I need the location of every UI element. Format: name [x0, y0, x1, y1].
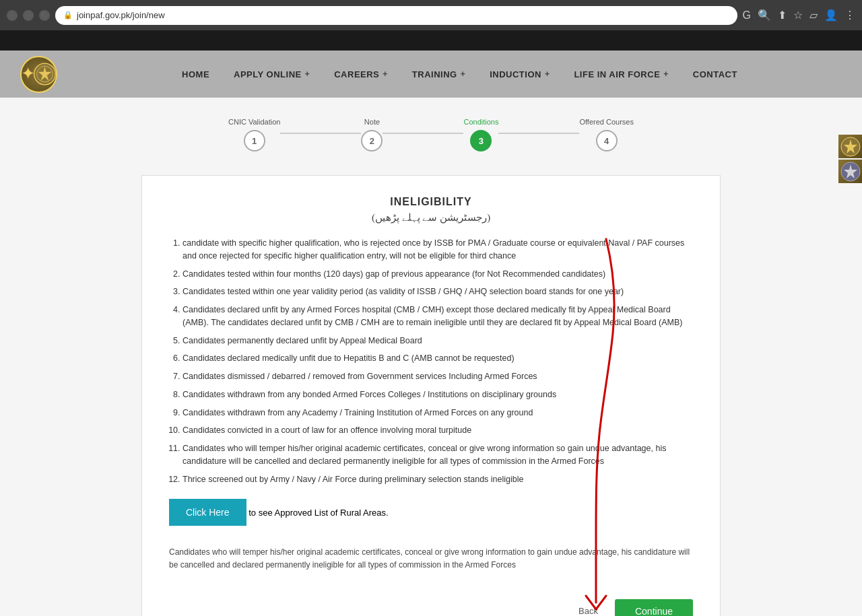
back-button[interactable]: ← — [7, 10, 18, 21]
condition-item-4: Candidates declared unfit by any Armed F… — [183, 304, 693, 329]
forward-button[interactable]: → — [23, 10, 34, 21]
click-here-button[interactable]: Click Here — [169, 499, 246, 526]
browser-actions: G 🔍 ⬆ ☆ ▱ 👤 ⋮ — [743, 9, 855, 22]
step-1: CNIC Validation 1 — [228, 118, 280, 151]
search-icon[interactable]: 🔍 — [758, 9, 771, 22]
logo-image — [20, 56, 57, 93]
step-3-label: Conditions — [463, 118, 498, 126]
sidebar-badges — [838, 135, 862, 183]
button-row: Back Continue — [169, 592, 693, 616]
logo-area[interactable] — [20, 56, 57, 93]
condition-item-5: Candidates permanently declared unfit by… — [183, 335, 693, 347]
step-4-circle: 4 — [596, 130, 618, 151]
condition-item-2: Candidates tested within four months (12… — [183, 268, 693, 281]
nav-induction[interactable]: INDUCTION + — [477, 50, 562, 98]
nav-apply-online[interactable]: APPLY ONLINE + — [222, 50, 322, 98]
connector-3 — [498, 133, 579, 134]
menu-icon[interactable]: ⋮ — [844, 9, 855, 22]
condition-item-10: Candidates convicted in a court of law f… — [183, 424, 693, 437]
connector-2 — [383, 133, 463, 134]
click-here-suffix: to see Approved List of Rural Areas. — [248, 508, 388, 518]
browser-chrome: ← → ↻ 🔒 joinpaf.gov.pk/join/new G 🔍 ⬆ ☆ … — [0, 0, 862, 30]
split-icon[interactable]: ▱ — [809, 9, 818, 22]
nav-careers[interactable]: CaREERS + — [322, 50, 400, 98]
condition-item-8: Candidates withdrawn from any bonded Arm… — [183, 388, 693, 401]
disclaimer-text: Candidates who will temper his/her origi… — [169, 546, 693, 572]
sidebar-badge-2[interactable] — [838, 160, 862, 183]
condition-item-9: Candidates withdrawn from any Academy / … — [183, 407, 693, 419]
share-icon[interactable]: ⬆ — [778, 9, 787, 22]
profile-icon[interactable]: 👤 — [824, 9, 838, 22]
nav-home[interactable]: HOME — [170, 50, 222, 98]
conditions-list: candidate with specific higher qualifica… — [169, 237, 693, 485]
url-text: joinpaf.gov.pk/join/new — [77, 10, 165, 20]
condition-item-1: candidate with specific higher qualifica… — [183, 237, 693, 263]
main-content: CNIC Validation 1 Note 2 Conditions 3 Of… — [0, 98, 862, 616]
step-2: Note 2 — [361, 118, 383, 151]
condition-item-3: Candidates tested within one year validi… — [183, 285, 693, 298]
content-box: INELIGIBILITY (رجسٹریشن سے پہلے پڑھیں) c… — [141, 175, 721, 616]
lock-icon: 🔒 — [63, 11, 73, 20]
continue-button[interactable]: Continue — [615, 599, 693, 616]
navbar: HOME APPLY ONLINE + CaREERS + TraInING +… — [0, 50, 862, 98]
nav-life-in-air-force[interactable]: LIFE IN AIR FORCE + — [562, 50, 680, 98]
nav-training[interactable]: TraInING + — [400, 50, 477, 98]
step-3: Conditions 3 — [463, 118, 498, 151]
section-subtitle: (رجسٹریشن سے پہلے پڑھیں) — [169, 211, 693, 224]
step-1-label: CNIC Validation — [228, 118, 280, 126]
step-4: Offered Courses 4 — [579, 118, 634, 151]
condition-item-6: Candidates declared medically unfit due … — [183, 352, 693, 365]
address-bar[interactable]: 🔒 joinpaf.gov.pk/join/new — [55, 6, 737, 25]
step-2-circle: 2 — [361, 130, 383, 151]
condition-item-7: Candidates dismissed / debarred / remove… — [183, 370, 693, 383]
nav-links: HOME APPLY ONLINE + CaREERS + TraInING +… — [77, 50, 842, 98]
step-1-circle: 1 — [244, 130, 265, 151]
google-icon[interactable]: G — [743, 9, 751, 22]
stepper: CNIC Validation 1 Note 2 Conditions 3 Of… — [34, 118, 828, 151]
step-3-circle: 3 — [470, 130, 492, 151]
sidebar-badge-1[interactable] — [838, 135, 862, 158]
click-here-row: Click Here to see Approved List of Rural… — [169, 499, 693, 539]
refresh-button[interactable]: ↻ — [39, 10, 50, 21]
page-wrapper: HOME APPLY ONLINE + CaREERS + TraInING +… — [0, 30, 862, 616]
back-button[interactable]: Back — [568, 601, 608, 616]
condition-item-12: Thrice screened out by Army / Navy / Air… — [183, 473, 693, 486]
step-2-label: Note — [364, 118, 380, 126]
step-4-label: Offered Courses — [579, 118, 634, 126]
condition-item-11: Candidates who will temper his/her origi… — [183, 442, 693, 468]
bookmark-icon[interactable]: ☆ — [793, 9, 803, 22]
section-title: INELIGIBILITY — [169, 196, 693, 208]
nav-contact[interactable]: CONTACT — [681, 50, 750, 98]
connector-1 — [280, 133, 361, 134]
top-bar — [0, 30, 862, 50]
